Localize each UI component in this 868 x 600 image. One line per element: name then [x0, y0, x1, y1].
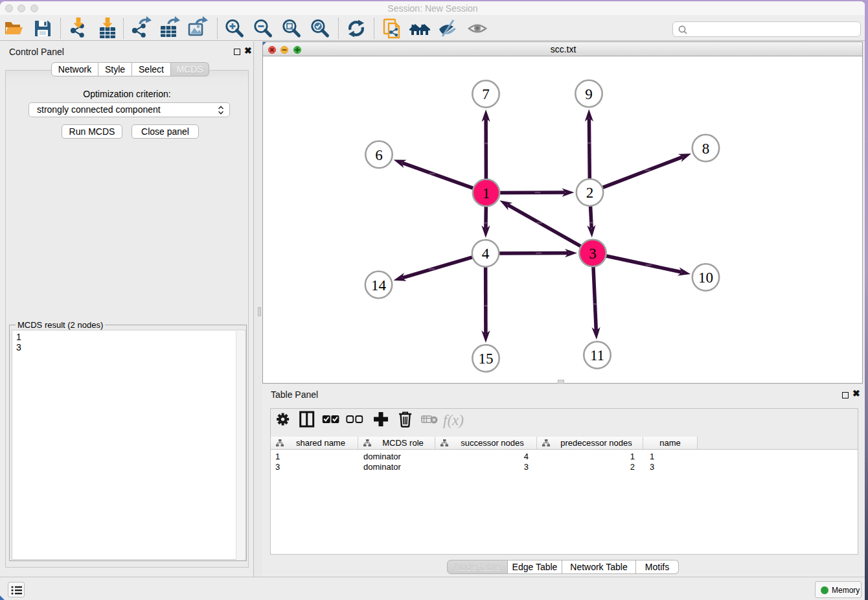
svg-text:11: 11: [590, 347, 604, 363]
svg-text:3: 3: [589, 246, 597, 262]
svg-text:6: 6: [375, 147, 383, 163]
svg-text:10: 10: [698, 270, 713, 286]
svg-text:2: 2: [586, 185, 594, 201]
svg-text:7: 7: [482, 86, 490, 102]
svg-text:9: 9: [585, 86, 593, 102]
svg-text:1: 1: [483, 185, 490, 202]
svg-text:14: 14: [371, 277, 387, 294]
svg-text:4: 4: [482, 246, 490, 262]
svg-text:f(x): f(x): [443, 412, 464, 428]
svg-text:8: 8: [702, 141, 710, 157]
svg-text:15: 15: [479, 351, 494, 367]
